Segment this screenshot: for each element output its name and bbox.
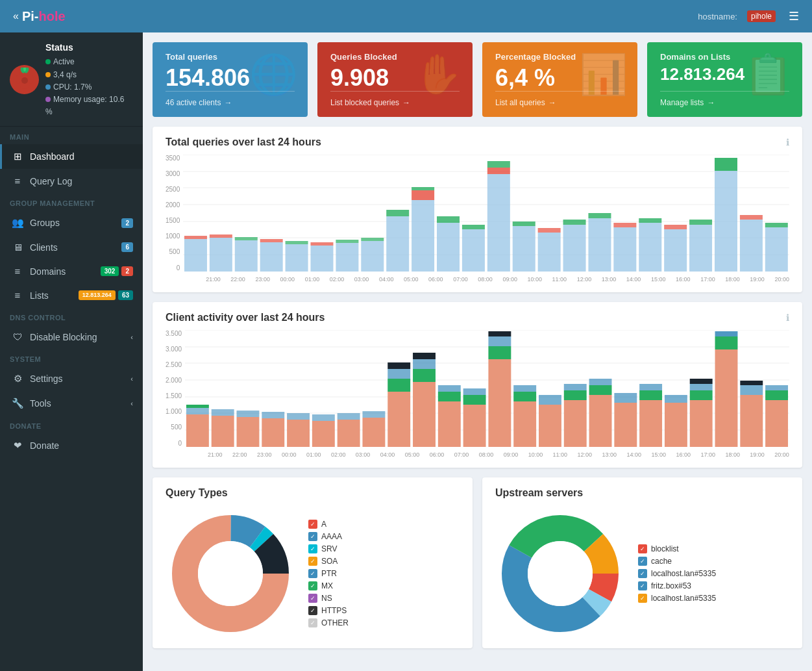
sidebar-item-tools[interactable]: 🔧 Tools ‹ <box>0 391 143 416</box>
hamburger-button[interactable]: ☰ <box>785 6 802 27</box>
legend-check-localhost5335b[interactable]: ✓ <box>638 594 647 603</box>
legend-check-https[interactable]: ✓ <box>308 606 317 615</box>
svg-rect-42 <box>487 168 510 174</box>
navbar: « Pi-hole hostname: pihole ☰ <box>0 0 812 32</box>
svg-rect-83 <box>287 420 310 447</box>
stat-footer-percentage[interactable]: List all queries → <box>495 91 624 107</box>
svg-rect-109 <box>513 401 536 447</box>
svg-rect-59 <box>689 220 712 225</box>
chart-total-info-icon[interactable]: ℹ <box>786 137 789 147</box>
svg-rect-80 <box>237 411 260 417</box>
upstream-legend: ✓ blocklist ✓ cache ✓ localhost.lan#5335 <box>638 544 716 603</box>
svg-rect-66 <box>765 223 788 227</box>
collapse-sidebar-button[interactable]: « <box>10 7 22 25</box>
settings-icon: ⚙ <box>12 373 23 385</box>
svg-rect-89 <box>363 418 386 447</box>
svg-rect-57 <box>664 225 687 229</box>
svg-rect-94 <box>388 362 410 369</box>
svg-rect-88 <box>338 413 360 420</box>
svg-rect-113 <box>539 395 561 405</box>
stat-footer-total[interactable]: 46 active clients → <box>166 91 295 107</box>
svg-rect-105 <box>488 359 511 447</box>
svg-rect-139 <box>765 385 788 390</box>
stat-card-percentage: Percentage Blocked 6,4 % 📊 List all quer… <box>482 42 637 117</box>
sidebar: Status Active 3,4 q/s CPU: 1.7% Memory u… <box>0 32 143 671</box>
legend-check-ptr[interactable]: ✓ <box>308 569 317 578</box>
svg-rect-81 <box>262 418 284 447</box>
stat-footer-domains[interactable]: Manage lists → <box>660 91 789 107</box>
svg-rect-129 <box>690 384 713 390</box>
legend-item-localhost5335: ✓ localhost.lan#5335 <box>638 569 716 578</box>
legend-item-fritz: ✓ fritz.box#53 <box>638 581 716 590</box>
section-label-dns: DNS CONTROL <box>0 307 143 325</box>
svg-rect-60 <box>715 171 737 272</box>
chart-client-x-labels: 21:0022:0023:0000:0001:0002:0003:0004:00… <box>185 451 789 458</box>
groups-badge: 2 <box>121 218 133 228</box>
legend-check-ns[interactable]: ✓ <box>308 594 317 603</box>
svg-rect-31 <box>386 216 409 272</box>
chart-total-title: Total queries over last 24 hours <box>166 136 321 148</box>
svg-rect-127 <box>690 400 713 447</box>
section-label-donate: DONATE <box>0 416 143 433</box>
legend-check-soa[interactable]: ✓ <box>308 557 317 566</box>
svg-rect-132 <box>715 336 738 349</box>
legend-check-other[interactable]: ✓ <box>308 618 317 627</box>
svg-rect-62 <box>715 158 737 164</box>
svg-rect-49 <box>563 220 586 225</box>
svg-rect-92 <box>388 379 410 392</box>
svg-rect-19 <box>235 240 258 272</box>
svg-rect-43 <box>487 161 510 168</box>
raspberry-icon <box>14 68 35 91</box>
svg-rect-61 <box>715 164 737 171</box>
sidebar-item-settings[interactable]: ⚙ Settings ‹ <box>0 366 143 391</box>
svg-rect-119 <box>589 379 612 385</box>
legend-check-blocklist[interactable]: ✓ <box>638 544 647 553</box>
legend-check-srv[interactable]: ✓ <box>308 544 317 553</box>
chart-client-info-icon[interactable]: ℹ <box>786 312 789 323</box>
legend-check-mx[interactable]: ✓ <box>308 581 317 590</box>
upstream-donut <box>495 509 625 639</box>
svg-rect-91 <box>388 392 410 447</box>
legend-check-aaaa[interactable]: ✓ <box>308 532 317 541</box>
sidebar-item-disable-blocking[interactable]: 🛡 Disable Blocking ‹ <box>0 325 143 349</box>
navbar-right: hostname: pihole ☰ <box>698 6 802 27</box>
stat-footer-blocked[interactable]: List blocked queries → <box>330 91 460 107</box>
svg-rect-28 <box>336 240 359 243</box>
svg-rect-45 <box>513 222 535 226</box>
settings-chevron: ‹ <box>130 375 133 383</box>
legend-check-a[interactable]: ✓ <box>308 520 317 529</box>
sidebar-item-groups[interactable]: 👥 Groups 2 <box>0 210 143 235</box>
legend-check-fritz[interactable]: ✓ <box>638 581 647 590</box>
sidebar-item-groups-label: Groups <box>30 218 60 228</box>
chart-client-wrapper: 3.5003.0002.5002.0001.5001.0005000 <box>166 330 789 458</box>
svg-rect-84 <box>287 413 310 420</box>
status-cpu: CPU: 1.7% <box>45 81 133 94</box>
legend-check-localhost5335[interactable]: ✓ <box>638 569 647 578</box>
sidebar-item-donate[interactable]: ❤ Donate <box>0 433 143 458</box>
svg-rect-24 <box>286 241 308 244</box>
lists-badge-count: 12.813.264 <box>79 290 116 300</box>
domains-badge-extra: 2 <box>121 266 133 276</box>
svg-rect-76 <box>186 405 209 408</box>
svg-rect-63 <box>740 220 763 272</box>
svg-rect-78 <box>212 409 234 416</box>
sidebar-item-lists[interactable]: ≡ Lists 12.813.264 63 <box>0 283 143 307</box>
legend-check-cache[interactable]: ✓ <box>638 557 647 566</box>
clients-icon: 🖥 <box>12 242 23 253</box>
sidebar-item-dashboard[interactable]: ⊞ Dashboard <box>0 144 143 169</box>
legend-item-mx: ✓ MX <box>308 581 349 590</box>
svg-rect-121 <box>614 393 637 403</box>
hostname-label: hostname: <box>698 12 737 21</box>
svg-rect-108 <box>488 331 511 336</box>
svg-rect-138 <box>765 390 788 400</box>
svg-rect-33 <box>386 210 409 213</box>
sidebar-item-domains[interactable]: ≡ Domains 302 2 <box>0 259 143 283</box>
sidebar-item-dashboard-label: Dashboard <box>30 151 75 162</box>
legend-item-other: ✓ OTHER <box>308 618 349 627</box>
svg-rect-15 <box>184 239 207 272</box>
sidebar-item-clients[interactable]: 🖥 Clients 6 <box>0 235 143 259</box>
sidebar-item-disable-blocking-label: Disable Blocking <box>30 332 97 342</box>
svg-rect-116 <box>564 384 587 390</box>
svg-rect-17 <box>210 238 232 272</box>
sidebar-item-query-log[interactable]: ≡ Query Log <box>0 169 143 193</box>
